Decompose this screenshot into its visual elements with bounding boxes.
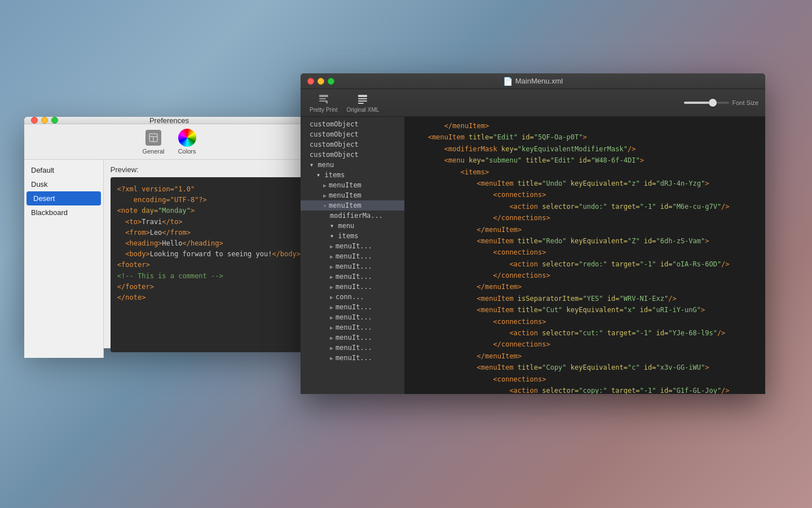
tree-item-1[interactable]: customObject <box>301 129 404 139</box>
xml-title: 📄 MainMenu.xml <box>503 77 563 86</box>
code-line-13: <action selector="redo:" target="-1" id=… <box>412 259 758 270</box>
theme-list: Default Dusk Desert Blackboard <box>24 160 104 358</box>
tree-item-3[interactable]: customObject <box>301 150 404 160</box>
colors-label: Colors <box>178 148 196 155</box>
minimize-button[interactable] <box>41 117 48 124</box>
svg-rect-6 <box>358 95 367 97</box>
file-icon: 📄 <box>503 77 513 86</box>
code-line-10: </menuItem> <box>412 224 758 235</box>
colors-toolbar-item[interactable]: Colors <box>178 129 196 155</box>
font-size-control: Font Size <box>684 99 758 106</box>
original-xml-button[interactable]: Original XML <box>344 91 381 114</box>
code-line-12: <connections> <box>412 247 758 258</box>
xml-titlebar: 📄 MainMenu.xml <box>301 73 765 89</box>
svg-rect-3 <box>319 95 328 97</box>
tree-item-items-2[interactable]: ▾ items <box>301 231 404 241</box>
tree-item-sub-2[interactable]: ▶ menuIt... <box>301 251 404 261</box>
xml-editor-window: 📄 MainMenu.xml Pretty Print <box>301 73 765 394</box>
tree-item-menuitem-3[interactable]: ▾ menuItem <box>301 200 404 211</box>
tree-item-sub-4[interactable]: ▶ menuIt... <box>301 271 404 282</box>
code-line-4: <menu key="submenu" title="Edit" id="W48… <box>412 155 758 166</box>
preview-line-11: </note> <box>117 292 301 303</box>
tree-item-sub-7[interactable]: ▶ menuIt... <box>301 312 404 322</box>
preview-line-2: encoding="UTF-8"?> <box>117 195 301 205</box>
preview-line-4: <to>Travi</to> <box>117 217 301 227</box>
tree-item-submenu[interactable]: ▾ menu <box>301 221 404 231</box>
tree-item-menuitem-1[interactable]: ▶ menuItem <box>301 180 404 190</box>
code-line-3: <modifierMask key="keyEquivalentModifier… <box>412 143 758 155</box>
code-line-18: <connections> <box>412 316 758 327</box>
code-line-11: <menuItem title="Redo" keyEquivalent="Z"… <box>412 235 758 247</box>
theme-dusk[interactable]: Dusk <box>24 177 103 191</box>
tree-item-menuitem-2[interactable]: ▶ menuItem <box>301 190 404 200</box>
preview-line-8: <footer> <box>117 260 301 270</box>
tree-item-sub-5[interactable]: ▶ menuIt... <box>301 282 404 292</box>
prefs-title: Preferences <box>149 116 189 125</box>
close-button[interactable] <box>31 117 38 124</box>
preview-line-10: </footer> <box>117 282 301 292</box>
pretty-print-label: Pretty Print <box>310 107 337 113</box>
tree-item-sub-10[interactable]: ▶ menuIt... <box>301 343 404 353</box>
xml-code-view[interactable]: </menuItem> <menuItem title="Edit" id="5… <box>405 117 765 394</box>
tree-item-0[interactable]: customObject <box>301 119 404 129</box>
code-line-9: </connections> <box>412 212 758 224</box>
code-line-20: </connections> <box>412 339 758 350</box>
xml-window-buttons <box>307 78 334 85</box>
code-line-21: </menuItem> <box>412 351 758 362</box>
tree-item-modifier[interactable]: modifierMa... <box>301 211 404 221</box>
xml-minimize-button[interactable] <box>317 78 324 85</box>
code-line-14: </connections> <box>412 270 758 281</box>
preview-label: Preview: <box>111 165 307 174</box>
code-line-15: </menuItem> <box>412 281 758 292</box>
code-line-17: <menuItem title="Cut" keyEquivalent="x" … <box>412 304 758 316</box>
prefs-main: Preview: <?xml version="1.0" encoding="U… <box>104 160 314 358</box>
code-line-16: <menuItem isSeparatorItem="YES" id="WRV-… <box>412 293 758 304</box>
general-toolbar-item[interactable]: General <box>142 129 164 155</box>
code-line-8: <action selector="undo:" target="-1" id=… <box>412 201 758 212</box>
preview-line-9: <!-- This is a comment --> <box>117 271 301 282</box>
theme-desert[interactable]: Desert <box>27 191 101 205</box>
tree-item-conn[interactable]: ▶ conn... <box>301 292 404 302</box>
svg-rect-5 <box>319 100 327 102</box>
preview-box: <?xml version="1.0" encoding="UTF-8"?> <… <box>111 177 307 352</box>
window-buttons <box>31 117 58 124</box>
preview-line-3: <note day="Monday"> <box>117 205 301 216</box>
font-size-label: Font Size <box>732 99 758 106</box>
code-line-23: <connections> <box>412 374 758 385</box>
svg-rect-9 <box>358 103 364 104</box>
xml-close-button[interactable] <box>307 78 314 85</box>
tree-item-sub-1[interactable]: ▶ menuIt... <box>301 241 404 251</box>
preview-line-7: <body>Looking forward to seeing you!</bo… <box>117 249 301 260</box>
code-line-7: <connections> <box>412 189 758 200</box>
xml-tree[interactable]: customObject customObject customObject c… <box>301 117 405 394</box>
theme-default[interactable]: Default <box>24 163 103 177</box>
maximize-button[interactable] <box>51 117 58 124</box>
colors-icon-shape <box>178 129 196 147</box>
code-line-6: <menuItem title="Undo" keyEquivalent="z"… <box>412 178 758 189</box>
original-xml-label: Original XML <box>346 107 379 113</box>
font-size-slider[interactable] <box>684 102 729 104</box>
svg-rect-4 <box>319 98 326 99</box>
tree-item-sub-6[interactable]: ▶ menuIt... <box>301 302 404 312</box>
tree-item-menu[interactable]: ▾ menu <box>301 160 404 170</box>
theme-blackboard[interactable]: Blackboard <box>24 205 103 220</box>
original-xml-icon <box>356 93 369 106</box>
preview-line-5: <from>Leo</from> <box>117 227 301 238</box>
code-line-5: <items> <box>412 167 758 178</box>
preferences-window: Preferences General Colors De <box>24 117 314 348</box>
tree-item-2[interactable]: customObject <box>301 139 404 150</box>
code-line-24: <action selector="copy:" target="-1" id=… <box>412 385 758 394</box>
tree-item-sub-11[interactable]: ▶ menuIt... <box>301 353 404 363</box>
xml-maximize-button[interactable] <box>328 78 334 85</box>
tree-item-sub-9[interactable]: ▶ menuIt... <box>301 332 404 343</box>
tree-item-items-1[interactable]: ▾ items <box>301 170 404 180</box>
slider-thumb[interactable] <box>709 99 717 107</box>
general-label: General <box>142 148 164 155</box>
prefs-content: Default Dusk Desert Blackboard Preview: … <box>24 160 314 358</box>
pretty-print-button[interactable]: Pretty Print <box>307 91 339 114</box>
xml-toolbar: Pretty Print Original XML Font Size <box>301 89 765 117</box>
tree-item-sub-8[interactable]: ▶ menuIt... <box>301 322 404 332</box>
prefs-toolbar: General Colors <box>24 124 314 160</box>
preview-line-1: <?xml version="1.0" <box>117 184 301 195</box>
tree-item-sub-3[interactable]: ▶ menuIt... <box>301 261 404 271</box>
